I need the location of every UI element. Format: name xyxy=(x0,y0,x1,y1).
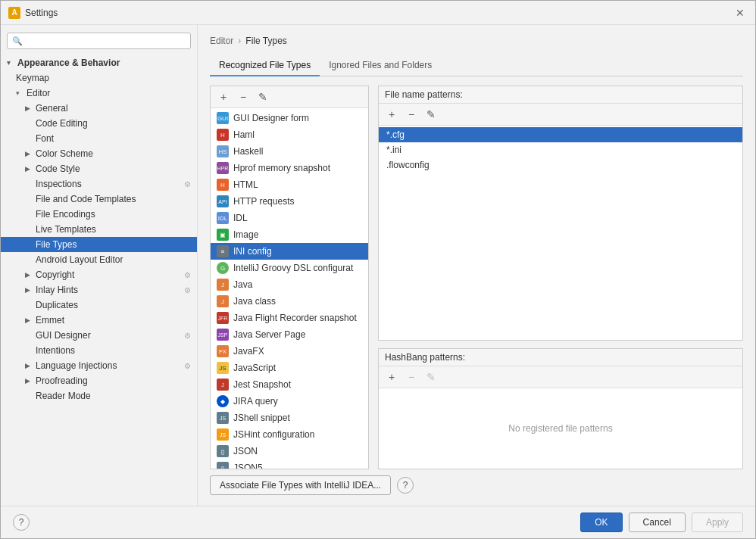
sidebar-item-reader-mode[interactable]: Reader Mode xyxy=(1,388,197,403)
file-item[interactable]: J Java class xyxy=(211,293,368,310)
sidebar-item-inlay-hints[interactable]: ▶ Inlay Hints ⚙ xyxy=(1,282,197,298)
pattern-item-flowconfig[interactable]: .flowconfig xyxy=(379,157,742,173)
file-type-icon: {} xyxy=(217,445,229,457)
expand-arrow: ▶ xyxy=(25,165,33,173)
apply-button[interactable]: Apply xyxy=(692,513,743,532)
file-item[interactable]: JS JShell snippet xyxy=(211,410,368,426)
file-type-label: IntelliJ Groovy DSL configurat xyxy=(233,263,353,273)
breadcrumb-current: File Types xyxy=(245,36,286,46)
sidebar-item-gui-designer[interactable]: GUI Designer ⚙ xyxy=(1,328,197,343)
file-item[interactable]: JS JSHint configuration xyxy=(211,426,368,443)
associate-bar: Associate File Types with IntelliJ IDEA.… xyxy=(210,469,743,495)
sidebar-item-label: Appearance & Behavior xyxy=(17,58,120,68)
remove-file-type-button[interactable]: − xyxy=(235,89,251,105)
sidebar-item-intentions[interactable]: Intentions xyxy=(1,343,197,358)
file-item[interactable]: JSP Java Server Page xyxy=(211,326,368,343)
file-item[interactable]: {} JSON5 xyxy=(211,460,368,469)
sidebar-item-file-encodings[interactable]: File Encodings xyxy=(1,207,197,222)
sidebar-item-font[interactable]: Font xyxy=(1,131,197,146)
sidebar-item-label: Emmet xyxy=(36,315,64,326)
sidebar-item-label: Editor xyxy=(27,88,50,98)
remove-pattern-button[interactable]: − xyxy=(403,106,420,123)
edit-file-type-button[interactable]: ✎ xyxy=(255,89,271,105)
sidebar-item-file-code-templates[interactable]: File and Code Templates xyxy=(1,192,197,207)
global-help-button[interactable]: ? xyxy=(13,514,30,531)
sidebar-item-appearance[interactable]: ▾ Appearance & Behavior xyxy=(1,55,197,70)
associate-button[interactable]: Associate File Types with IntelliJ IDEA.… xyxy=(210,475,391,495)
add-file-type-button[interactable]: + xyxy=(215,89,232,105)
sidebar-item-label: Copyright xyxy=(36,270,74,280)
sidebar-item-keymap[interactable]: Keymap xyxy=(1,70,197,86)
ok-button[interactable]: OK xyxy=(580,513,622,532)
sidebar-item-label: Live Templates xyxy=(36,224,96,235)
sidebar-item-label: File Encodings xyxy=(36,209,95,220)
file-type-icon: JFR xyxy=(217,312,229,324)
expand-arrow: ▶ xyxy=(25,362,33,369)
sidebar-item-label: Inlay Hints xyxy=(36,285,78,295)
file-item[interactable]: J Jest Snapshot xyxy=(211,376,368,393)
sidebar-item-editor[interactable]: ▾ Editor xyxy=(1,86,197,101)
file-type-icon: GUI xyxy=(217,112,229,124)
add-pattern-button[interactable]: + xyxy=(383,106,400,123)
expand-arrow: ▶ xyxy=(25,271,33,279)
file-item[interactable]: JFR Java Flight Recorder snapshot xyxy=(211,310,368,326)
sidebar-item-label: Duplicates xyxy=(36,300,78,310)
sidebar-item-color-scheme[interactable]: ▶ Color Scheme xyxy=(1,146,197,161)
remove-hashbang-button[interactable]: − xyxy=(403,369,420,385)
sidebar-item-label: Proofreading xyxy=(36,375,88,386)
file-item[interactable]: ▣ Image xyxy=(211,226,368,243)
file-item[interactable]: HPR Hprof memory snapshot xyxy=(211,160,368,176)
file-type-label: Haml xyxy=(233,129,255,140)
file-item[interactable]: GUI GUI Designer form xyxy=(211,110,368,126)
settings-icon: ⚙ xyxy=(184,362,191,370)
file-type-label: Java Server Page xyxy=(233,329,305,340)
sidebar-item-emmet[interactable]: ▶ Emmet xyxy=(1,313,197,328)
sidebar-item-copyright[interactable]: ▶ Copyright ⚙ xyxy=(1,267,197,282)
sidebar-item-live-templates[interactable]: Live Templates xyxy=(1,222,197,237)
sidebar-item-label: Reader Mode xyxy=(36,391,91,401)
edit-pattern-button[interactable]: ✎ xyxy=(423,106,439,123)
search-box[interactable]: 🔍 xyxy=(7,33,191,49)
sidebar-item-proofreading[interactable]: ▶ Proofreading xyxy=(1,373,197,388)
file-type-icon: API xyxy=(217,195,229,207)
right-panel: File name patterns: + − ✎ *.cfg *.ini xyxy=(378,86,743,469)
edit-hashbang-button[interactable]: ✎ xyxy=(423,369,439,385)
sidebar-item-code-editing[interactable]: Code Editing xyxy=(1,116,197,131)
file-item[interactable]: IDL IDL xyxy=(211,210,368,226)
sidebar-item-file-types[interactable]: File Types xyxy=(1,237,197,252)
breadcrumb-parent: Editor xyxy=(210,36,233,46)
file-item[interactable]: J Java xyxy=(211,276,368,293)
file-item[interactable]: API HTTP requests xyxy=(211,193,368,210)
search-input[interactable] xyxy=(26,36,186,46)
expand-arrow: ▶ xyxy=(25,377,33,385)
add-hashbang-button[interactable]: + xyxy=(383,369,400,385)
pattern-item-cfg[interactable]: *.cfg xyxy=(379,127,742,142)
file-item[interactable]: FX JavaFX xyxy=(211,343,368,360)
file-item[interactable]: G IntelliJ Groovy DSL configurat xyxy=(211,260,368,276)
sidebar-item-label: File and Code Templates xyxy=(36,194,136,204)
file-item[interactable]: {} JSON xyxy=(211,443,368,460)
pattern-item-ini[interactable]: *.ini xyxy=(379,142,742,157)
tab-ignored[interactable]: Ignored Files and Folders xyxy=(320,55,441,76)
close-button[interactable]: ✕ xyxy=(733,5,748,20)
help-button[interactable]: ? xyxy=(397,477,414,494)
file-item[interactable]: ◆ JIRA query xyxy=(211,393,368,410)
file-item[interactable]: JS JavaScript xyxy=(211,360,368,376)
file-item-ini[interactable]: ≡ INI config xyxy=(211,243,368,260)
file-type-icon: IDL xyxy=(217,212,229,224)
sidebar-item-code-style[interactable]: ▶ Code Style xyxy=(1,161,197,176)
sidebar-item-language-injections[interactable]: ▶ Language Injections ⚙ xyxy=(1,358,197,373)
sidebar-item-duplicates[interactable]: Duplicates xyxy=(1,298,197,313)
file-item[interactable]: H Haml xyxy=(211,126,368,143)
tab-recognized[interactable]: Recognized File Types xyxy=(210,55,320,76)
sidebar-item-general[interactable]: ▶ General xyxy=(1,101,197,116)
cancel-button[interactable]: Cancel xyxy=(629,513,686,532)
file-type-icon: JSP xyxy=(217,329,229,341)
file-item[interactable]: HS Haskell xyxy=(211,143,368,160)
file-name-patterns-header: File name patterns: xyxy=(379,86,742,104)
file-type-icon: J xyxy=(217,379,229,391)
sidebar-item-inspections[interactable]: Inspections ⚙ xyxy=(1,176,197,192)
file-item[interactable]: H HTML xyxy=(211,176,368,193)
tabs-bar: Recognized File Types Ignored Files and … xyxy=(210,55,743,76)
sidebar-item-android-layout[interactable]: Android Layout Editor xyxy=(1,252,197,267)
